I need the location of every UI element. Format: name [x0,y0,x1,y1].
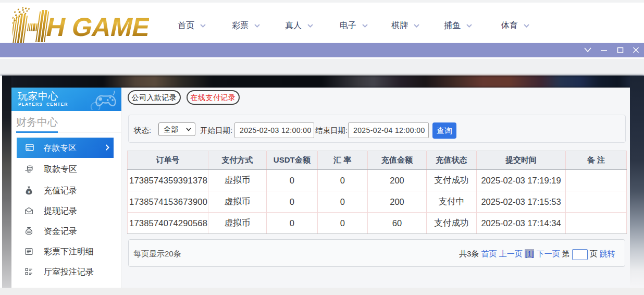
svg-text:H GAME: H GAME [44,13,149,42]
